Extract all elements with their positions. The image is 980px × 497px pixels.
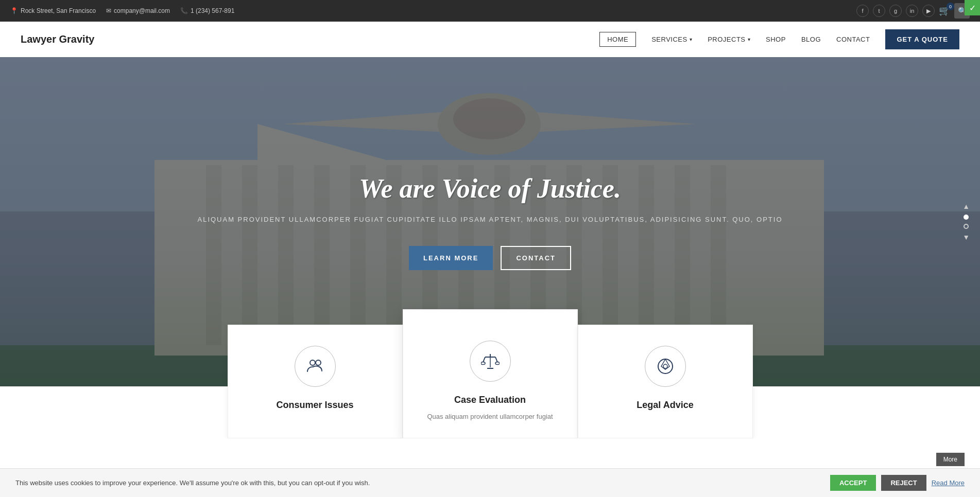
email-info: ✉ company@mail.com (106, 7, 170, 14)
slide-next-arrow[interactable]: ▼ (962, 233, 970, 241)
nav-links: HOME SERVICES ▾ PROJECTS ▾ SHOP BLOG CON… (599, 29, 959, 49)
svg-point-25 (316, 360, 321, 365)
brand-logo[interactable]: Lawyer Gravity (21, 33, 94, 45)
nav-shop[interactable]: SHOP (766, 36, 786, 43)
chevron-down-icon: ▾ (690, 37, 693, 42)
address-info: 📍 Rock Street, San Francisco (10, 7, 96, 14)
hero-title: We are Voice of Justice. (197, 173, 782, 204)
navbar: Lawyer Gravity HOME SERVICES ▾ PROJECTS … (0, 22, 980, 57)
linkedin-icon[interactable]: in (906, 5, 918, 17)
svg-point-31 (495, 362, 500, 365)
nav-blog[interactable]: BLOG (801, 36, 821, 43)
svg-point-30 (481, 362, 485, 365)
consumer-issues-icon (295, 346, 336, 387)
learn-more-button[interactable]: LEARN MORE (409, 246, 493, 270)
svg-point-35 (663, 364, 667, 368)
phone-info: 📞 1 (234) 567-891 (180, 7, 234, 14)
nav-services[interactable]: SERVICES ▾ (651, 36, 692, 43)
service-title-evaluation: Case Evaluation (419, 395, 562, 405)
googleplus-icon[interactable]: g (889, 5, 902, 17)
hero-buttons: LEARN MORE CONTACT (197, 246, 782, 270)
cart-badge: 0 (947, 3, 954, 10)
slide-dot-2[interactable] (964, 224, 969, 229)
svg-point-34 (658, 359, 673, 374)
nav-contact[interactable]: CONTACT (836, 36, 870, 43)
service-desc-evaluation: Quas aliquam provident ullamcorper fugia… (419, 412, 562, 422)
slide-navigation: ▲ ▼ (962, 202, 970, 241)
nav-home[interactable]: HOME (599, 32, 636, 47)
service-card-evaluation: Case Evaluation Quas aliquam provident u… (403, 309, 578, 438)
youtube-icon[interactable]: ▶ (922, 5, 935, 17)
top-bar-actions: f t g in ▶ 🛒 0 🔍 (856, 3, 970, 19)
service-card-consumer: Consumer Issues (228, 325, 403, 438)
svg-line-28 (483, 357, 485, 362)
service-title-legal: Legal Advice (594, 400, 737, 411)
svg-point-24 (310, 360, 315, 365)
service-card-legal: Legal Advice (578, 325, 753, 438)
cart-icon[interactable]: 🛒 0 (939, 5, 950, 16)
slide-dot-1[interactable] (964, 215, 969, 220)
nav-projects[interactable]: PROJECTS ▾ (708, 36, 750, 43)
legal-advice-icon (645, 346, 686, 387)
facebook-icon[interactable]: f (856, 5, 869, 17)
top-bar-contact-info: 📍 Rock Street, San Francisco ✉ company@m… (10, 7, 234, 14)
hero-subtitle: ALIQUAM PROVIDENT ULLAMCORPER FUGIAT CUP… (197, 214, 782, 225)
service-title-consumer: Consumer Issues (244, 400, 387, 411)
services-section: Consumer Issues Case Evaluation Quas ali… (0, 325, 980, 438)
email-icon: ✉ (106, 7, 111, 14)
top-bar: 📍 Rock Street, San Francisco ✉ company@m… (0, 0, 980, 22)
slide-prev-arrow[interactable]: ▲ (962, 202, 970, 210)
svg-line-29 (495, 357, 497, 362)
location-icon: 📍 (10, 7, 18, 14)
hero-content: We are Voice of Justice. ALIQUAM PROVIDE… (187, 173, 793, 270)
chevron-down-icon: ▾ (748, 37, 751, 42)
notification-badge[interactable]: ✓ (965, 0, 980, 15)
case-evaluation-icon (470, 341, 511, 382)
get-quote-button[interactable]: GET A QUOTE (885, 29, 959, 49)
twitter-icon[interactable]: t (873, 5, 885, 17)
contact-button[interactable]: CONTACT (501, 246, 571, 270)
phone-icon: 📞 (180, 7, 188, 14)
